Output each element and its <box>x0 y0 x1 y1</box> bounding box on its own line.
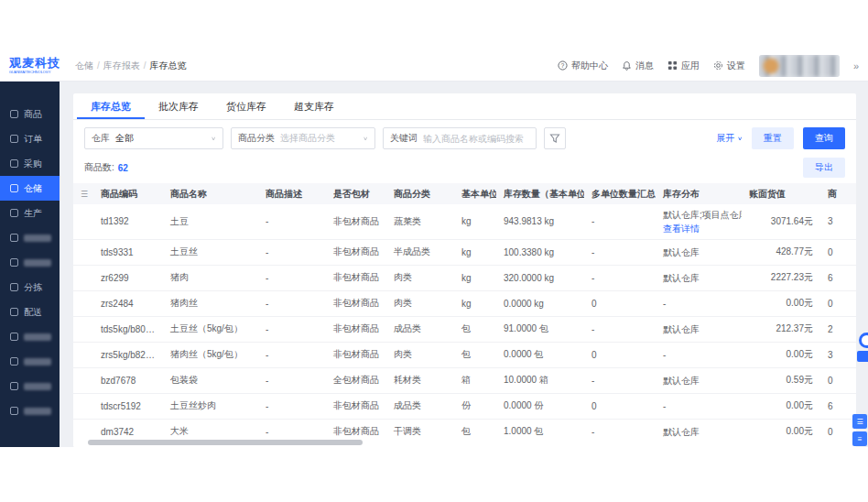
settings-label: 设置 <box>727 60 745 72</box>
row-gutter <box>73 419 93 438</box>
logo-subtext: GUANMAITECHNOLOGY <box>9 70 53 73</box>
sidebar-item-redacted-1[interactable] <box>0 225 60 250</box>
table-container: ☰商品编码商品名称商品描述是否包材商品分类基本单位库存数量（基本单位）多单位数量… <box>73 183 856 438</box>
question-circle-icon: ? <box>558 60 568 71</box>
category-label: 商品分类 <box>238 132 275 145</box>
app-window: 观麦科技 GUANMAITECHNOLOGY 仓储/库存报表/库存总览 ? 帮助… <box>0 50 868 447</box>
cell-pack: 全包材商品 <box>326 367 386 393</box>
column-header-multi: 多单位数量汇总 <box>584 183 656 204</box>
column-header-extra: 商 <box>820 183 856 204</box>
cell-unit: 箱 <box>454 367 496 393</box>
cell-multi: - <box>584 239 656 265</box>
cell-pack: 非包材商品 <box>326 316 386 342</box>
expand-toggle[interactable]: 展开 ∨ <box>716 132 743 145</box>
cell-pack: 非包材商品 <box>326 290 386 316</box>
warehouse-distribution: 默认仓库 <box>663 246 734 259</box>
avatar-blur <box>759 55 840 77</box>
cell-multi: 0 <box>584 342 656 367</box>
tab-overview[interactable]: 库存总览 <box>77 93 145 119</box>
table-row: tdscr5192土豆丝炒肉-非包材商品成品类份0.0000 份0-0.00元6 <box>73 393 856 419</box>
chevron-down-icon: ∨ <box>737 136 743 141</box>
cell-name: 包装袋 <box>163 367 258 393</box>
cell-desc: - <box>258 204 326 239</box>
cell-code: dm3742 <box>93 419 163 438</box>
column-header-unit: 基本单位 <box>454 183 496 204</box>
avatar[interactable] <box>759 55 840 77</box>
sidebar-item-warehouse[interactable]: 仓储 <box>0 176 60 201</box>
cell-pack: 非包材商品 <box>326 204 386 239</box>
cell-multi: 0 <box>584 290 656 316</box>
help-center-button[interactable]: ? 帮助中心 <box>558 60 608 72</box>
query-button[interactable]: 查询 <box>803 127 845 149</box>
table-row: bzd7678包装袋-全包材商品耗材类箱10.0000 箱-默认仓库0.59元0 <box>73 367 856 393</box>
sidebar-item-goods[interactable]: 商品 <box>0 102 60 126</box>
cell-dist: - <box>656 290 742 316</box>
filter-bar: 仓库 全部 ∨ 商品分类 选择商品分类 ∨ 关键词 <box>73 120 856 155</box>
product-count-label: 商品数: <box>84 161 114 174</box>
tab-overdraw[interactable]: 超支库存 <box>280 93 348 119</box>
cell-extra: 6 <box>820 393 856 419</box>
cell-value: 0.59元 <box>742 367 820 393</box>
column-header-dist: 库存分布 <box>656 183 742 204</box>
horizontal-scrollbar[interactable] <box>73 438 856 447</box>
cell-value: 428.77元 <box>742 239 820 265</box>
toolbox-float-button[interactable]: ≡ <box>852 431 867 446</box>
cell-extra: 6 <box>820 265 856 290</box>
breadcrumb-item[interactable]: 库存报表 <box>103 60 140 72</box>
goods-icon <box>10 110 18 118</box>
orders-icon <box>10 135 18 143</box>
keyword-label: 关键词 <box>390 132 418 145</box>
cell-name: 土豆丝（5kg/包） <box>163 316 258 342</box>
customer-service-float-button[interactable]: ☰ <box>852 414 867 429</box>
export-button[interactable]: 导出 <box>803 158 845 178</box>
sidebar-item-delivery[interactable]: 配送 <box>0 300 60 324</box>
cell-pack: 非包材商品 <box>326 265 386 290</box>
keyword-input[interactable] <box>423 134 529 144</box>
task-float-tab[interactable] <box>857 351 868 362</box>
settings-button[interactable]: 设置 <box>713 60 745 72</box>
sidebar-item-sorting[interactable]: 分拣 <box>0 275 60 300</box>
purchase-icon <box>10 159 18 168</box>
sidebar-item-redacted-4[interactable] <box>0 349 60 374</box>
bell-icon <box>622 60 632 71</box>
sidebar-item-production[interactable]: 生产 <box>0 201 60 225</box>
apps-button[interactable]: 应用 <box>667 60 700 72</box>
advanced-filter-button[interactable] <box>544 127 566 149</box>
sidebar-item-label: 采购 <box>24 158 42 170</box>
sidebar-item-orders[interactable]: 订单 <box>0 126 60 151</box>
sidebar-item-redacted-3[interactable] <box>0 324 60 349</box>
chevron-right-icon[interactable]: » <box>853 60 859 71</box>
sidebar-item-purchase[interactable]: 采购 <box>0 151 60 176</box>
sidebar-item-redacted-6[interactable] <box>0 398 60 423</box>
apps-label: 应用 <box>681 60 700 72</box>
category-select[interactable]: 商品分类 选择商品分类 ∨ <box>231 127 375 149</box>
scrollbar-thumb[interactable] <box>88 440 363 445</box>
warehouse-select[interactable]: 仓库 全部 ∨ <box>84 127 223 149</box>
table-header-row: ☰商品编码商品名称商品描述是否包材商品分类基本单位库存数量（基本单位）多单位数量… <box>73 183 856 204</box>
cell-dist: 默认仓库 <box>656 419 742 438</box>
cell-qty: 0.0000 包 <box>496 342 584 367</box>
sidebar-item-redacted-2[interactable] <box>0 250 60 275</box>
column-settings-icon[interactable]: ☰ <box>81 190 88 199</box>
expand-label: 展开 <box>716 132 734 145</box>
cell-code: tds5kg/b8075 <box>93 316 163 342</box>
view-details-link[interactable]: 查看详情 <box>663 222 734 235</box>
messages-button[interactable]: 消息 <box>622 60 654 72</box>
row-gutter <box>73 342 93 367</box>
cell-extra: 0 <box>820 419 856 438</box>
feedback-float-icon[interactable] <box>859 333 868 348</box>
breadcrumb-item[interactable]: 仓储 <box>75 60 93 72</box>
cell-qty: 320.0000 kg <box>496 265 584 290</box>
tab-bar: 库存总览批次库存货位库存超支库存 <box>73 93 856 120</box>
warehouse-distribution: 默认仓库 <box>663 322 734 336</box>
cell-qty: 10.0000 箱 <box>496 367 584 393</box>
sidebar-item-redacted-5[interactable] <box>0 374 60 398</box>
table-row: td1392土豆-非包材商品蔬菜类kg943.9813 kg-默认仓库;项目点仓… <box>73 204 856 239</box>
row-gutter <box>73 265 93 290</box>
tab-batch[interactable]: 批次库存 <box>145 93 212 119</box>
app-logo[interactable]: 观麦科技 GUANMAITECHNOLOGY <box>9 57 66 74</box>
reset-button[interactable]: 重置 <box>752 127 794 149</box>
cell-desc: - <box>258 419 326 438</box>
cell-cat: 肉类 <box>386 265 454 290</box>
tab-location[interactable]: 货位库存 <box>212 93 280 119</box>
